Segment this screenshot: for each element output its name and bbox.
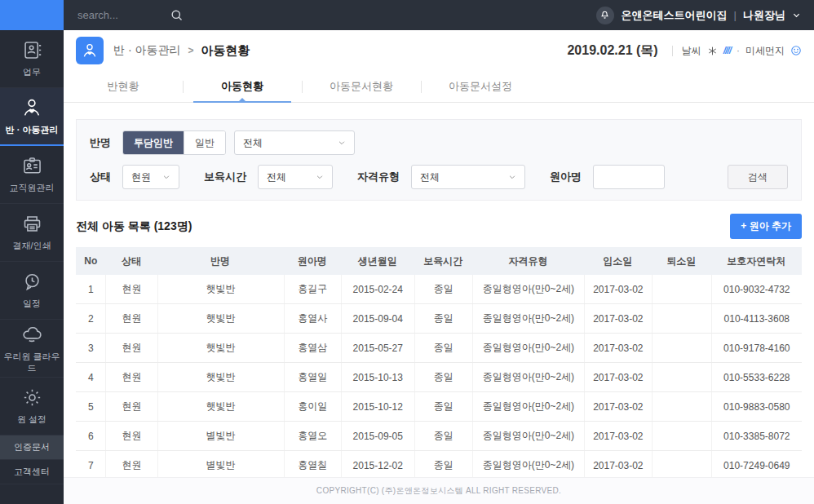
table-cell: 2015-05-27 (341, 334, 414, 362)
table-cell: 4 (76, 363, 105, 391)
table-cell: 햇빛반 (157, 392, 284, 421)
staff-badge-icon (21, 155, 43, 177)
status-select[interactable]: 현원 (122, 165, 179, 189)
table-cell: 2017-03-02 (584, 304, 652, 333)
table-cell: 홍열사 (284, 304, 341, 333)
tab-child-doc-status[interactable]: 아동문서현황 (302, 71, 421, 102)
column-header: 반명 (157, 247, 284, 275)
page-header: 반 · 아동관리 > 아동현황 2019.02.21 (목) 날씨 //// ·… (64, 30, 814, 71)
table-cell: 2015-09-04 (341, 304, 414, 333)
care-time-label: 보육시간 (204, 170, 246, 184)
column-header: 원아명 (284, 247, 341, 275)
table-cell: 햇빛반 (157, 334, 284, 362)
breadcrumb-separator-icon: > (188, 45, 193, 56)
global-search-input[interactable]: search... (77, 8, 184, 22)
table-cell: 홍길구 (284, 275, 341, 303)
table-row[interactable]: 2현원햇빛반홍열사2015-09-04종일종일형영아(만0~2세)2017-03… (76, 304, 802, 334)
sidebar-item-cloud[interactable]: 우리원 클라우드 (0, 320, 64, 378)
sidebar-item-customer-center[interactable]: 고객센터 (0, 460, 64, 484)
sidebar-item-certified-docs[interactable]: 인증문서 (0, 435, 64, 460)
header-divider (672, 46, 673, 56)
sidebar-item-label: 인증문서 (14, 441, 50, 453)
table-row[interactable]: 7현원별빛반홍열칠2015-12-02종일종일형영아(만0~2세)2017-03… (76, 451, 802, 480)
table-cell: 2015-12-02 (341, 451, 414, 480)
tab-child-doc-settings[interactable]: 아동문서설정 (421, 71, 540, 102)
table-cell (652, 392, 711, 421)
chevron-down-icon (162, 173, 170, 181)
table-cell: 010-7249-0649 (711, 451, 802, 480)
table-cell: 010-3385-8072 (711, 422, 802, 450)
wind-slashes-icon: //// (723, 45, 731, 56)
table-cell: 홍열칠 (284, 451, 341, 480)
footer: COPYRIGHT(C) (주)온앤온정보시스템 ALL RIGHT RESER… (64, 477, 814, 504)
table-cell: 2015-02-24 (341, 275, 414, 303)
table-row[interactable]: 4현원햇빛반홍열일2015-10-13종일종일형영아(만0~2세)2017-03… (76, 363, 802, 392)
tab-label: 아동문서현황 (330, 79, 393, 94)
smiley-face-icon (790, 45, 802, 56)
table-row[interactable]: 1현원햇빛반홍길구2015-02-24종일종일형영아(만0~2세)2017-03… (76, 275, 802, 304)
weather-label: 날씨 (682, 44, 701, 58)
table-cell: 종일형영아(만0~2세) (472, 304, 584, 333)
tab-label: 반현황 (108, 79, 139, 94)
table-cell (652, 304, 711, 333)
table-cell: 2017-03-02 (584, 363, 652, 391)
select-value: 현원 (131, 170, 151, 184)
sidebar-item-class-child-mgmt[interactable]: 반 · 아동관리 (0, 88, 64, 146)
search-icon (170, 8, 184, 22)
class-select[interactable]: 전체 (234, 130, 355, 155)
qualification-select[interactable]: 전체 (411, 165, 525, 189)
toggle-two-teacher-class[interactable]: 투담임반 (123, 131, 184, 154)
select-value: 전체 (420, 170, 440, 184)
sidebar: 업무 반 · 아동관리 교직원관리 결재/인쇄 일정 우리원 클라우드 원 (0, 30, 64, 504)
table-header: No상태반명원아명생년월일보육시간자격유형입소일퇴소일보호자연락처 (76, 247, 802, 275)
chevron-down-icon (316, 173, 324, 181)
child-name-input[interactable] (593, 165, 665, 189)
table-cell: 2017-03-02 (584, 422, 652, 450)
table-cell: 2017-03-02 (584, 275, 652, 303)
table-cell: 2017-03-02 (584, 334, 652, 362)
notification-bell-button[interactable] (596, 7, 614, 24)
sidebar-item-label: 일정 (21, 298, 42, 309)
table-row[interactable]: 6현원별빛반홍열오2015-09-05종일종일형영아(만0~2세)2017-03… (76, 422, 802, 451)
tab-child-status[interactable]: 아동현황 (183, 71, 302, 102)
table-cell: 종일형영아(만0~2세) (472, 275, 584, 303)
sidebar-item-tasks[interactable]: 업무 (0, 30, 64, 88)
table-cell: 010-9178-4160 (711, 334, 802, 362)
table-cell: 7 (76, 451, 105, 480)
table-cell: 종일형영아(만0~2세) (472, 334, 584, 362)
column-header: 입소일 (584, 247, 652, 275)
column-header: 상태 (105, 247, 157, 275)
page-title: 아동현황 (201, 43, 250, 59)
search-button[interactable]: 검색 (728, 165, 788, 189)
table-body: 1현원햇빛반홍길구2015-02-24종일종일형영아(만0~2세)2017-03… (76, 275, 802, 484)
table-cell: 5 (76, 392, 105, 421)
sidebar-item-approval-print[interactable]: 결재/인쇄 (0, 204, 64, 262)
table-row[interactable]: 5현원햇빛반홍이일2015-10-12종일종일형영아(만0~2세)2017-03… (76, 392, 802, 422)
date-weather-area: 2019.02.21 (목) 날씨 //// · 미세먼지 (567, 42, 802, 60)
account-menu-button[interactable]: 온앤온테스트어린이집 | 나원장님 (622, 8, 801, 23)
table-row[interactable]: 3현원햇빛반홍열삼2015-05-27종일종일형영아(만0~2세)2017-03… (76, 334, 802, 363)
sidebar-item-label: 우리원 클라우드 (0, 351, 64, 373)
sidebar-item-staff-mgmt[interactable]: 교직원관리 (0, 146, 64, 204)
table-cell: 6 (76, 422, 105, 450)
add-child-button[interactable]: + 원아 추가 (730, 214, 802, 239)
tab-class-status[interactable]: 반현황 (64, 71, 183, 102)
sidebar-item-label: 고객센터 (14, 466, 50, 478)
table-cell: 종일형영아(만0~2세) (472, 422, 584, 450)
main-content: 반 · 아동관리 > 아동현황 2019.02.21 (목) 날씨 //// ·… (64, 30, 814, 504)
sidebar-item-settings[interactable]: 원 설정 (0, 378, 64, 435)
table-cell (652, 451, 711, 480)
table-cell: 홍열삼 (284, 334, 341, 362)
table-cell (652, 363, 711, 391)
table-cell: 햇빛반 (157, 363, 284, 391)
toggle-general-class[interactable]: 일반 (184, 131, 225, 154)
table-cell: 홍이일 (284, 392, 341, 421)
chevron-down-icon (338, 139, 346, 147)
column-header: 자격유형 (472, 247, 584, 275)
table-cell: 현원 (105, 422, 157, 450)
care-time-select[interactable]: 전체 (258, 165, 333, 189)
breadcrumb-parent[interactable]: 반 · 아동관리 (113, 43, 180, 58)
column-header: 보호자연락처 (711, 247, 802, 275)
sidebar-item-schedule[interactable]: 일정 (0, 262, 64, 320)
logo-block[interactable] (0, 0, 64, 30)
